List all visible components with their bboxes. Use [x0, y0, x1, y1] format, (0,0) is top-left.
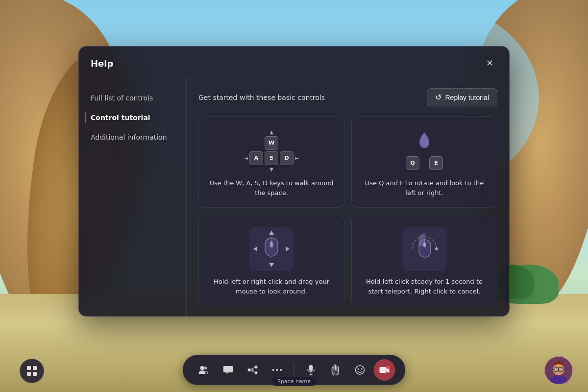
mic-icon [307, 365, 315, 375]
help-dialog: Help ✕ Full list of controls Control tut… [78, 46, 510, 317]
svg-rect-32 [380, 367, 387, 373]
replay-tutorial-button[interactable]: ↺ Replay tutorial [427, 88, 498, 106]
svg-line-41 [553, 369, 554, 369]
arrow-right-icon: ► [295, 155, 299, 161]
qe-row: Q E [406, 156, 443, 170]
arrow-left-icon: ◄ [244, 155, 248, 161]
replay-icon: ↺ [435, 93, 441, 102]
arrow-down-icon: ▼ [270, 167, 273, 172]
avatar-svg [545, 356, 572, 384]
teleport-svg [402, 227, 446, 271]
dialog-overlay: Help ✕ Full list of controls Control tut… [0, 0, 588, 392]
svg-point-38 [554, 367, 559, 372]
taskbar-hand-button[interactable] [325, 359, 346, 381]
svg-point-15 [200, 366, 204, 370]
chat-icon [223, 365, 233, 375]
svg-marker-3 [286, 246, 290, 251]
svg-point-31 [361, 368, 363, 370]
svg-rect-26 [309, 365, 313, 371]
dialog-body: Full list of controls Control tutorial A… [79, 78, 509, 316]
close-button[interactable]: ✕ [482, 55, 497, 71]
svg-point-16 [204, 367, 207, 369]
svg-point-7 [435, 247, 438, 250]
svg-rect-12 [33, 366, 37, 370]
mouse-drag-svg [249, 227, 294, 271]
content-subtitle: Get started with these basic controls [198, 94, 325, 101]
avatar-button[interactable] [544, 356, 573, 385]
hand-icon [331, 365, 340, 375]
dialog-header: Help ✕ [79, 47, 509, 78]
qe-diagram: Q E [406, 131, 443, 170]
svg-point-17 [248, 368, 251, 371]
taskbar-emoji-button[interactable] [349, 359, 371, 381]
emoji-icon [355, 365, 366, 375]
svg-rect-10 [423, 243, 426, 247]
taskbar-chat-button[interactable] [218, 359, 239, 381]
control-cards-grid: ▲ W ◄ A S D ► [198, 116, 497, 306]
mouse-drag-inner [249, 227, 294, 271]
share-icon [247, 366, 258, 374]
card-teleport: Hold left click steady for 1 second to s… [351, 215, 497, 306]
teleport-icon-area [362, 227, 487, 271]
space-name-badge: Space name [271, 377, 317, 386]
svg-marker-1 [269, 263, 274, 267]
wasd-asd-row: ◄ A S D ► [244, 151, 298, 165]
key-s: S [265, 151, 278, 165]
svg-marker-2 [253, 246, 257, 251]
svg-point-18 [255, 366, 258, 368]
people-icon [198, 366, 209, 374]
teleport-inner [402, 227, 446, 271]
svg-point-30 [358, 368, 359, 370]
key-q: Q [406, 156, 419, 170]
wasd-top-row: ▲ [270, 129, 273, 135]
card-teleport-description: Hold left click steady for 1 second to s… [362, 277, 487, 296]
svg-point-19 [255, 371, 258, 374]
card-wasd-description: Use the W, A, S, D keys to walk around t… [209, 178, 334, 197]
card-wasd: ▲ W ◄ A S D ► [198, 116, 344, 208]
svg-rect-13 [27, 372, 31, 376]
wasd-icon-area: ▲ W ◄ A S D ► [209, 128, 334, 172]
card-qe-description: Use Q and E to rotate and look to the le… [362, 178, 487, 197]
taskbar-share-button[interactable] [242, 359, 264, 381]
more-icon [272, 368, 282, 371]
svg-point-23 [272, 369, 274, 371]
nav-item-control-tutorial[interactable]: Control tutorial [79, 108, 186, 127]
dialog-main: Get started with these basic controls ↺ … [187, 78, 509, 316]
card-mouse-drag: Hold left or right click and drag your m… [198, 215, 344, 306]
taskbar-camera-button[interactable] [374, 359, 395, 381]
mouse-drag-icon-area [209, 227, 334, 271]
svg-point-25 [280, 369, 282, 371]
camera-icon [379, 366, 390, 374]
svg-marker-0 [269, 231, 274, 235]
replay-label: Replay tutorial [445, 94, 490, 101]
wasd-diagram: ▲ W ◄ A S D ► [244, 129, 298, 172]
key-a: A [249, 151, 263, 165]
svg-point-24 [276, 369, 278, 371]
taskbar-divider [294, 363, 294, 377]
dialog-sidebar: Full list of controls Control tutorial A… [79, 78, 187, 316]
grid-icon [26, 366, 37, 376]
key-d: D [280, 151, 294, 165]
key-w: W [265, 136, 278, 150]
taskbar: Space name [183, 355, 406, 385]
content-header: Get started with these basic controls ↺ … [198, 88, 497, 106]
svg-point-39 [559, 367, 564, 372]
card-qe: Q E Use Q and E to rotate and look to th… [351, 116, 497, 208]
rotate-icon [416, 131, 432, 152]
nav-item-full-list[interactable]: Full list of controls [79, 88, 186, 108]
taskbar-people-button[interactable] [193, 359, 215, 381]
wasd-w-row: W [265, 136, 278, 150]
nav-item-additional-info[interactable]: Additional information [79, 127, 186, 147]
card-mouse-drag-description: Hold left or right click and drag your m… [209, 277, 334, 296]
wasd-bottom-row: ▼ [270, 167, 273, 172]
rotate-svg [416, 131, 432, 149]
space-name-text: Space name [277, 378, 311, 385]
key-e: E [429, 156, 443, 170]
svg-point-29 [356, 366, 365, 374]
svg-rect-14 [33, 372, 37, 376]
svg-line-42 [564, 369, 564, 369]
dialog-title: Help [91, 58, 113, 69]
svg-rect-6 [270, 242, 273, 247]
qe-icon-area: Q E [362, 128, 487, 172]
app-grid-button[interactable] [20, 359, 44, 383]
